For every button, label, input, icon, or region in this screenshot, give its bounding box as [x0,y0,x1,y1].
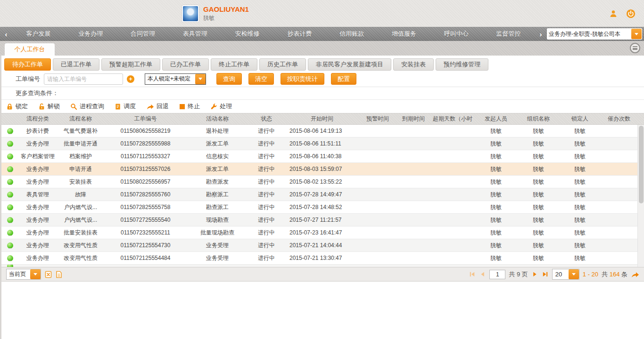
nav-item-8[interactable]: 呼叫中心 [430,30,482,38]
plus-circle-icon[interactable]: + [127,75,134,83]
cell: 脱敏 [559,127,601,135]
nav-item-3[interactable]: 表具管理 [169,30,221,38]
subtab-0[interactable]: 待办工作单 [4,58,51,71]
nav-item-9[interactable]: 监督管控 [482,30,535,38]
cell: 脱敏 [518,165,559,173]
chevron-down-icon[interactable] [569,269,579,279]
toolbar-6[interactable]: 处理 [210,102,232,111]
cell: 勘查派发 [187,178,248,186]
bulb-icon [7,217,13,223]
bulb-icon [1,191,18,198]
go-arrow-icon[interactable] [631,271,639,278]
nav-forward-chevron-icon[interactable]: › [535,30,547,38]
cell: 派发工单 [187,140,248,148]
subtab-2[interactable]: 预警超期工作单 [101,58,160,71]
subtab-1[interactable]: 已退工作单 [53,58,99,71]
tab-personal-workspace[interactable]: 个人工作台 [5,43,55,56]
subtabs: 待办工作单已退工作单预警超期工作单已办工作单终止工作单历史工作单非居民客户发展新… [1,56,644,71]
first-page-icon[interactable] [469,271,476,278]
table-row[interactable]: 业务办理改变用气性质0115072125554484业务受理进行中2015-07… [1,252,644,265]
table-row[interactable]: 业务办理批量申请开通0115072825555988派发工单进行中2015-08… [1,137,644,150]
subtab-5[interactable]: 历史工作单 [259,58,306,71]
chevron-down-icon[interactable] [195,74,206,84]
toolbar-0[interactable]: 锁定 [6,102,28,111]
power-icon[interactable] [626,9,636,18]
table-row[interactable]: 抄表计费气量气费退补0115080625558219退补处理进行中2015-08… [1,125,644,137]
bulb-icon [1,217,18,223]
query-button[interactable]: 查询 [216,73,242,85]
subtab-6[interactable]: 非居民客户发展新建项目 [308,58,391,71]
last-page-icon[interactable] [542,271,549,278]
stop-square-icon [179,104,185,110]
cell: 脱敏 [474,254,518,262]
pager-bar: 当前页 共 9 页 [1,267,644,282]
bulb-icon [7,265,13,267]
cell: 脱敏 [518,203,559,211]
cell: 脱敏 [559,229,601,237]
next-page-icon[interactable] [531,271,538,278]
person-icon[interactable] [609,9,618,18]
table-row[interactable]: 业务办理户内燃气设...0115072725555540现场勘查进行中2015-… [1,214,644,226]
table-row[interactable]: 业务办理改变用气性质0115072125554730业务受理进行中2015-07… [1,239,644,252]
export-document-icon[interactable] [56,271,62,278]
config-button[interactable]: 配置 [331,73,356,85]
chevron-down-icon[interactable] [631,29,642,39]
menu-circle-icon[interactable] [630,43,640,53]
cell: 进行中 [248,165,285,173]
chevron-down-icon[interactable] [30,269,41,279]
nav-item-6[interactable]: 信用账款 [326,30,378,38]
user-desc: 脱敏 [203,14,249,22]
bulb-icon [1,265,18,267]
toolbar-5[interactable]: 终止 [179,102,200,111]
subtab-7[interactable]: 安装挂表 [393,58,434,71]
cell: 脱敏 [518,254,559,262]
nav-item-2[interactable]: 合同管理 [117,30,169,38]
cell: 0115080625558219 [104,128,187,134]
subtab-8[interactable]: 预约维修管理 [436,58,488,71]
nav-item-0[interactable]: 客户发展 [12,30,65,38]
toolbar-1[interactable]: 解锁 [38,102,60,111]
col-9: 发起人员 [474,115,518,123]
export-excel-icon[interactable] [45,271,52,278]
document-icon [115,103,121,110]
cell: 脱敏 [518,191,559,199]
page-size-select[interactable]: 20 [552,269,579,280]
clear-button[interactable]: 清空 [248,73,274,85]
page-number-input[interactable] [489,270,505,279]
cell: 脱敏 [559,203,601,211]
more-conditions-label[interactable]: 更多查询条件： [16,89,58,97]
prev-page-icon[interactable] [479,271,486,278]
nav-item-7[interactable]: 增值服务 [378,30,430,38]
subtab-3[interactable]: 已办工作单 [162,58,209,71]
lock-filter-select[interactable]: 本人锁定+未锁定 [145,73,206,85]
toolbar-2[interactable]: 进程查询 [70,102,104,111]
role-select[interactable]: 业务办理-全职责-脱敏公司本 [547,28,642,40]
cell: 2015-07-21 14:04:44 [285,242,359,249]
nav-item-5[interactable]: 抄表计费 [273,30,326,38]
toolbar-3[interactable]: 调度 [115,102,136,111]
table-row[interactable]: 业务办理安装挂表0115080225556957勘查派发进行中2015-08-0… [1,176,644,188]
cell: 进行中 [248,203,285,211]
work-order-input[interactable] [44,73,123,85]
table-row[interactable]: 客户档案管理档案维护0115071125553327信息核实进行中2015-08… [1,150,644,163]
vertical-scrollbar[interactable] [637,125,644,267]
main-panel: 待办工作单已退工作单预警超期工作单已办工作单终止工作单历史工作单非居民客户发展新… [0,56,644,339]
nav-back-chevron-icon[interactable]: ‹ [0,30,12,38]
cell: 业务办理 [18,203,57,211]
cell: 进行中 [248,216,285,224]
page-mode-select[interactable]: 当前页 [6,269,41,280]
table-row[interactable]: 业务办理批量安装挂表0115072325555211批量现场勘查进行中2015-… [1,226,644,239]
cell: 业务受理 [187,254,248,262]
scrollbar-thumb[interactable] [639,126,644,203]
stats-by-duty-button[interactable]: 按职责统计 [281,73,324,85]
subtab-4[interactable]: 终止工作单 [211,58,257,71]
table-row[interactable]: 表具管理故障0115072825555760勘察派工进行中2015-07-28 … [1,188,644,201]
table-row[interactable]: 业务办理户内燃气设...0115072825555758勘查派工进行中2015-… [1,201,644,214]
nav-item-1[interactable]: 业务办理 [65,30,117,38]
table-row[interactable]: 业务办理申请开通0115073125557026派发工单进行中2015-08-0… [1,163,644,176]
nav-item-4[interactable]: 安检维修 [221,30,273,38]
bulb-icon [7,204,13,210]
page-size-value: 20 [553,271,569,278]
cell: 2015-07-27 11:21:57 [285,217,359,223]
toolbar-4[interactable]: 回退 [146,102,169,111]
